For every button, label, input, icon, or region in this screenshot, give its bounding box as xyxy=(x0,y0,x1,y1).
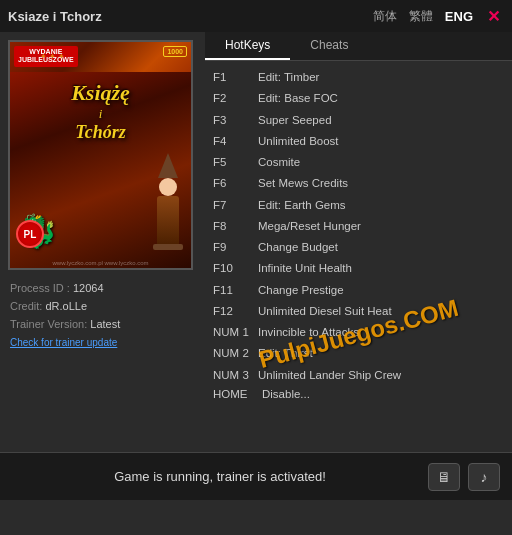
hotkey-description: Edit: Thirst xyxy=(258,345,313,362)
window-title: Ksiaze i Tchorz xyxy=(8,9,367,24)
hotkey-key: F12 xyxy=(213,303,258,320)
hotkey-key: F2 xyxy=(213,90,258,107)
trainer-label: Trainer Version: xyxy=(10,318,87,330)
game-title-i: i xyxy=(10,106,191,122)
hotkey-key: F4 xyxy=(213,133,258,150)
hotkey-description: Edit: Base FOC xyxy=(258,90,338,107)
hotkey-row: F7Edit: Earth Gems xyxy=(213,195,504,216)
hotkey-row: F1Edit: Timber xyxy=(213,67,504,88)
hotkey-key: F6 xyxy=(213,175,258,192)
info-section: Process ID : 12064 Credit: dR.oLLe Train… xyxy=(8,278,197,358)
hotkey-description: Infinite Unit Health xyxy=(258,260,352,277)
hotkey-row: NUM 2Edit: Thirst xyxy=(213,343,504,364)
hotkey-description: Change Prestige xyxy=(258,282,344,299)
hotkey-row: F3Super Seeped xyxy=(213,110,504,131)
hotkey-key: NUM 3 xyxy=(213,367,258,384)
cover-watermark: www.lyczko.com.pl www.lyczko.com xyxy=(10,258,191,268)
title-bar: Ksiaze i Tchorz 简体 繁體 ENG ✕ xyxy=(0,0,512,32)
hotkey-row: NUM 3Unlimited Lander Ship Crew xyxy=(213,365,504,386)
close-button[interactable]: ✕ xyxy=(483,7,504,26)
home-hotkey-row: HOMEDisable... xyxy=(213,386,504,402)
process-value: 12064 xyxy=(73,282,104,294)
hotkey-key: F3 xyxy=(213,112,258,129)
hotkeys-list: F1Edit: TimberF2Edit: Base FOCF3Super Se… xyxy=(205,61,512,452)
status-bar: Game is running, trainer is activated! 🖥… xyxy=(0,452,512,500)
game-title-overlay: Książę i Tchórz xyxy=(10,80,191,143)
hotkey-row: F9Change Budget xyxy=(213,237,504,258)
hotkey-row: F4Unlimited Boost xyxy=(213,131,504,152)
lang-simplified[interactable]: 简体 xyxy=(367,6,403,27)
hotkey-row: F6Set Mews Credits xyxy=(213,173,504,194)
trainer-version-row: Trainer Version: Latest xyxy=(10,318,195,330)
hotkey-description: Change Budget xyxy=(258,239,338,256)
hotkey-key: F7 xyxy=(213,197,258,214)
credit-row: Credit: dR.oLLe xyxy=(10,300,195,312)
wizard-figure xyxy=(153,153,183,250)
lang-english[interactable]: ENG xyxy=(439,7,479,26)
hotkey-description: Unlimited Diesel Suit Heat xyxy=(258,303,392,320)
hotkey-row: F8Mega/Reset Hunger xyxy=(213,216,504,237)
pl-badge: PL xyxy=(16,220,44,248)
hotkey-description: Mega/Reset Hunger xyxy=(258,218,361,235)
hotkey-key: F10 xyxy=(213,260,258,277)
hotkey-description: Set Mews Credits xyxy=(258,175,348,192)
status-message: Game is running, trainer is activated! xyxy=(12,469,428,484)
monitor-icon-button[interactable]: 🖥 xyxy=(428,463,460,491)
status-icons: 🖥 ♪ xyxy=(428,463,500,491)
hotkey-description: Super Seeped xyxy=(258,112,332,129)
process-label: Process ID : xyxy=(10,282,70,294)
hotkey-row: F2Edit: Base FOC xyxy=(213,88,504,109)
music-icon-button[interactable]: ♪ xyxy=(468,463,500,491)
main-area: WYDANIEJUBILEUSZOWE 1000 ✦ ✦ ✦ 🐉 xyxy=(0,32,512,452)
trainer-value: Latest xyxy=(90,318,120,330)
hotkey-key: F5 xyxy=(213,154,258,171)
tab-hotkeys[interactable]: HotKeys xyxy=(205,32,290,60)
left-panel: WYDANIEJUBILEUSZOWE 1000 ✦ ✦ ✦ 🐉 xyxy=(0,32,205,452)
hotkey-row: NUM 1Invincible to Attacks xyxy=(213,322,504,343)
hotkey-row: F11Change Prestige xyxy=(213,280,504,301)
update-link[interactable]: Check for trainer update xyxy=(10,337,117,348)
game-title-text: Książę xyxy=(10,80,191,106)
hotkey-key: F1 xyxy=(213,69,258,86)
hotkey-description: Unlimited Boost xyxy=(258,133,339,150)
tabs-bar: HotKeys Cheats xyxy=(205,32,512,61)
hotkey-description: Edit: Timber xyxy=(258,69,319,86)
game-cover: WYDANIEJUBILEUSZOWE 1000 ✦ ✦ ✦ 🐉 xyxy=(8,40,193,270)
hotkey-row: F10Infinite Unit Health xyxy=(213,258,504,279)
hotkey-key: NUM 1 xyxy=(213,324,258,341)
credit-value: dR.oLLe xyxy=(45,300,87,312)
music-icon: ♪ xyxy=(481,469,488,485)
hotkey-key: F11 xyxy=(213,282,258,299)
process-row: Process ID : 12064 xyxy=(10,282,195,294)
home-description: Disable... xyxy=(262,388,310,400)
hotkey-key: F9 xyxy=(213,239,258,256)
hotkey-description: Invincible to Attacks xyxy=(258,324,359,341)
hotkey-row: F5Cosmite xyxy=(213,152,504,173)
hotkey-row: F12Unlimited Diesel Suit Heat xyxy=(213,301,504,322)
credit-label: Credit: xyxy=(10,300,42,312)
home-key: HOME xyxy=(213,388,258,400)
hotkey-description: Edit: Earth Gems xyxy=(258,197,346,214)
hotkey-key: NUM 2 xyxy=(213,345,258,362)
hotkey-key: F8 xyxy=(213,218,258,235)
hotkey-description: Unlimited Lander Ship Crew xyxy=(258,367,401,384)
right-panel: HotKeys Cheats F1Edit: TimberF2Edit: Bas… xyxy=(205,32,512,452)
game-subtitle-text: Tchórz xyxy=(10,122,191,143)
update-link-row[interactable]: Check for trainer update xyxy=(10,336,195,348)
tab-cheats[interactable]: Cheats xyxy=(290,32,368,60)
lang-traditional[interactable]: 繁體 xyxy=(403,6,439,27)
hotkey-description: Cosmite xyxy=(258,154,300,171)
monitor-icon: 🖥 xyxy=(437,469,451,485)
